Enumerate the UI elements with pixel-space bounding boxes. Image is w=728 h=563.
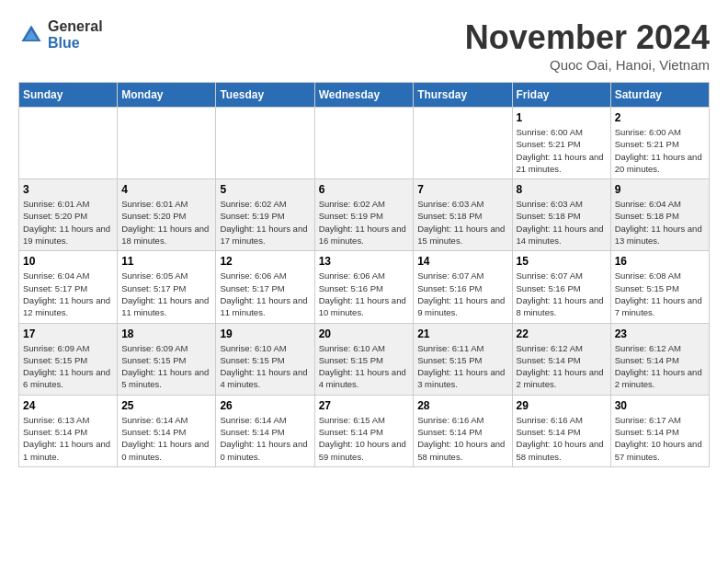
calendar-cell: [19, 108, 118, 179]
day-number: 26: [220, 399, 310, 412]
day-info: Sunrise: 6:14 AM Sunset: 5:14 PM Dayligh…: [220, 414, 310, 463]
logo-text: General Blue: [48, 18, 103, 51]
calendar-header-sunday: Sunday: [19, 83, 118, 108]
day-info: Sunrise: 6:14 AM Sunset: 5:14 PM Dayligh…: [121, 414, 211, 463]
day-info: Sunrise: 6:00 AM Sunset: 5:21 PM Dayligh…: [615, 126, 705, 175]
location-subtitle: Quoc Oai, Hanoi, Vietnam: [465, 57, 710, 73]
month-title: November 2024: [465, 18, 710, 57]
title-area: November 2024 Quoc Oai, Hanoi, Vietnam: [465, 18, 710, 73]
day-number: 28: [417, 399, 507, 412]
calendar-cell: 1Sunrise: 6:00 AM Sunset: 5:21 PM Daylig…: [512, 108, 610, 179]
calendar-cell: 11Sunrise: 6:05 AM Sunset: 5:17 PM Dayli…: [118, 251, 216, 323]
calendar-week-row: 10Sunrise: 6:04 AM Sunset: 5:17 PM Dayli…: [19, 251, 710, 323]
logo-icon: [18, 22, 44, 48]
day-number: 3: [23, 183, 113, 196]
day-number: 16: [615, 255, 705, 268]
calendar-cell: 2Sunrise: 6:00 AM Sunset: 5:21 PM Daylig…: [610, 108, 709, 179]
day-number: 21: [417, 327, 507, 340]
header: General Blue November 2024 Quoc Oai, Han…: [18, 18, 710, 73]
calendar-cell: 19Sunrise: 6:10 AM Sunset: 5:15 PM Dayli…: [216, 323, 314, 395]
day-info: Sunrise: 6:17 AM Sunset: 5:14 PM Dayligh…: [615, 414, 705, 463]
calendar-cell: 27Sunrise: 6:15 AM Sunset: 5:14 PM Dayli…: [314, 395, 414, 466]
day-info: Sunrise: 6:01 AM Sunset: 5:20 PM Dayligh…: [23, 198, 113, 247]
day-info: Sunrise: 6:10 AM Sunset: 5:15 PM Dayligh…: [220, 342, 310, 391]
day-number: 10: [23, 255, 113, 268]
calendar-header-tuesday: Tuesday: [216, 83, 314, 108]
calendar-header-friday: Friday: [512, 83, 610, 108]
day-number: 23: [615, 327, 705, 340]
day-number: 9: [615, 183, 705, 196]
calendar-cell: 18Sunrise: 6:09 AM Sunset: 5:15 PM Dayli…: [118, 323, 216, 395]
calendar-cell: 14Sunrise: 6:07 AM Sunset: 5:16 PM Dayli…: [414, 251, 512, 323]
day-number: 5: [220, 183, 310, 196]
day-info: Sunrise: 6:04 AM Sunset: 5:17 PM Dayligh…: [23, 270, 113, 318]
day-number: 13: [319, 255, 410, 268]
day-number: 12: [220, 255, 310, 268]
day-number: 20: [319, 327, 410, 340]
day-info: Sunrise: 6:09 AM Sunset: 5:15 PM Dayligh…: [23, 342, 113, 391]
calendar-cell: 24Sunrise: 6:13 AM Sunset: 5:14 PM Dayli…: [19, 395, 118, 466]
day-number: 30: [615, 399, 705, 412]
day-info: Sunrise: 6:02 AM Sunset: 5:19 PM Dayligh…: [220, 198, 310, 247]
calendar-cell: 22Sunrise: 6:12 AM Sunset: 5:14 PM Dayli…: [512, 323, 610, 395]
calendar-cell: [118, 108, 216, 179]
calendar-cell: 28Sunrise: 6:16 AM Sunset: 5:14 PM Dayli…: [414, 395, 512, 466]
day-info: Sunrise: 6:07 AM Sunset: 5:16 PM Dayligh…: [417, 270, 507, 318]
day-number: 4: [121, 183, 211, 196]
calendar-cell: [414, 108, 512, 179]
calendar-cell: 13Sunrise: 6:06 AM Sunset: 5:16 PM Dayli…: [314, 251, 414, 323]
calendar-cell: 23Sunrise: 6:12 AM Sunset: 5:14 PM Dayli…: [610, 323, 709, 395]
day-info: Sunrise: 6:05 AM Sunset: 5:17 PM Dayligh…: [121, 270, 211, 318]
calendar-cell: 25Sunrise: 6:14 AM Sunset: 5:14 PM Dayli…: [118, 395, 216, 466]
calendar-cell: 12Sunrise: 6:06 AM Sunset: 5:17 PM Dayli…: [216, 251, 314, 323]
calendar-cell: 7Sunrise: 6:03 AM Sunset: 5:18 PM Daylig…: [414, 179, 512, 251]
calendar-header-row: SundayMondayTuesdayWednesdayThursdayFrid…: [19, 83, 710, 108]
calendar-cell: 17Sunrise: 6:09 AM Sunset: 5:15 PM Dayli…: [19, 323, 118, 395]
day-info: Sunrise: 6:11 AM Sunset: 5:15 PM Dayligh…: [417, 342, 507, 391]
day-number: 27: [319, 399, 410, 412]
day-number: 18: [121, 327, 211, 340]
calendar-week-row: 17Sunrise: 6:09 AM Sunset: 5:15 PM Dayli…: [19, 323, 710, 395]
logo-blue-text: Blue: [48, 35, 103, 52]
day-info: Sunrise: 6:13 AM Sunset: 5:14 PM Dayligh…: [23, 414, 113, 463]
day-number: 22: [517, 327, 607, 340]
calendar-cell: 3Sunrise: 6:01 AM Sunset: 5:20 PM Daylig…: [19, 179, 118, 251]
calendar-header-wednesday: Wednesday: [314, 83, 414, 108]
day-info: Sunrise: 6:06 AM Sunset: 5:17 PM Dayligh…: [220, 270, 310, 318]
calendar-cell: [314, 108, 414, 179]
day-number: 11: [121, 255, 211, 268]
day-info: Sunrise: 6:02 AM Sunset: 5:19 PM Dayligh…: [319, 198, 410, 247]
day-number: 19: [220, 327, 310, 340]
logo: General Blue: [18, 18, 103, 51]
day-info: Sunrise: 6:09 AM Sunset: 5:15 PM Dayligh…: [121, 342, 211, 391]
day-info: Sunrise: 6:16 AM Sunset: 5:14 PM Dayligh…: [517, 414, 607, 463]
day-info: Sunrise: 6:01 AM Sunset: 5:20 PM Dayligh…: [121, 198, 211, 247]
calendar-cell: 10Sunrise: 6:04 AM Sunset: 5:17 PM Dayli…: [19, 251, 118, 323]
calendar-cell: 21Sunrise: 6:11 AM Sunset: 5:15 PM Dayli…: [414, 323, 512, 395]
calendar-cell: 26Sunrise: 6:14 AM Sunset: 5:14 PM Dayli…: [216, 395, 314, 466]
calendar-cell: 20Sunrise: 6:10 AM Sunset: 5:15 PM Dayli…: [314, 323, 414, 395]
calendar-week-row: 1Sunrise: 6:00 AM Sunset: 5:21 PM Daylig…: [19, 108, 710, 179]
day-info: Sunrise: 6:04 AM Sunset: 5:18 PM Dayligh…: [615, 198, 705, 247]
day-number: 1: [517, 111, 607, 124]
day-number: 7: [417, 183, 507, 196]
calendar-header-monday: Monday: [118, 83, 216, 108]
day-info: Sunrise: 6:06 AM Sunset: 5:16 PM Dayligh…: [319, 270, 410, 318]
calendar-week-row: 3Sunrise: 6:01 AM Sunset: 5:20 PM Daylig…: [19, 179, 710, 251]
day-number: 2: [615, 111, 705, 124]
day-number: 24: [23, 399, 113, 412]
day-info: Sunrise: 6:16 AM Sunset: 5:14 PM Dayligh…: [417, 414, 507, 463]
calendar-table: SundayMondayTuesdayWednesdayThursdayFrid…: [18, 82, 710, 467]
calendar-cell: 6Sunrise: 6:02 AM Sunset: 5:19 PM Daylig…: [314, 179, 414, 251]
calendar-cell: 8Sunrise: 6:03 AM Sunset: 5:18 PM Daylig…: [512, 179, 610, 251]
logo-general-text: General: [48, 18, 103, 35]
day-number: 14: [417, 255, 507, 268]
day-info: Sunrise: 6:12 AM Sunset: 5:14 PM Dayligh…: [517, 342, 607, 391]
calendar-cell: [216, 108, 314, 179]
day-number: 17: [23, 327, 113, 340]
day-info: Sunrise: 6:07 AM Sunset: 5:16 PM Dayligh…: [517, 270, 607, 318]
day-number: 25: [121, 399, 211, 412]
calendar-cell: 30Sunrise: 6:17 AM Sunset: 5:14 PM Dayli…: [610, 395, 709, 466]
calendar-cell: 16Sunrise: 6:08 AM Sunset: 5:15 PM Dayli…: [610, 251, 709, 323]
calendar-week-row: 24Sunrise: 6:13 AM Sunset: 5:14 PM Dayli…: [19, 395, 710, 466]
